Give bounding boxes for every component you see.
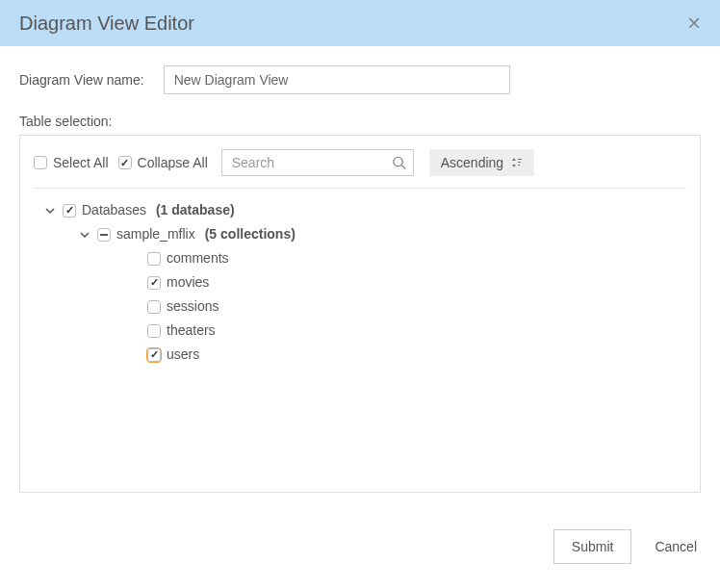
select-all-control[interactable]: Select All: [34, 155, 109, 170]
divider: [34, 188, 686, 189]
tree-collection-checkbox[interactable]: [147, 324, 161, 338]
svg-rect-4: [518, 165, 520, 166]
sort-button[interactable]: Ascending: [429, 149, 534, 176]
tree-collection-label: sessions: [167, 296, 219, 317]
tree-collection-row[interactable]: movies: [147, 270, 686, 294]
tree-collection-label: movies: [167, 272, 209, 293]
dialog-body: Diagram View name: Table selection: Sele…: [0, 46, 720, 512]
tree-db-row[interactable]: sample_mflix (5 collections): [78, 222, 686, 246]
dialog-title: Diagram View Editor: [19, 13, 194, 35]
tree-collection-row[interactable]: sessions: [147, 294, 686, 319]
svg-rect-2: [518, 159, 522, 160]
tree-db-count: (5 collections): [205, 224, 296, 244]
tree-collection-label: theaters: [167, 320, 216, 341]
svg-rect-3: [518, 162, 521, 163]
submit-button[interactable]: Submit: [553, 529, 632, 564]
chevron-down-icon[interactable]: [78, 230, 91, 240]
name-label: Diagram View name:: [19, 72, 144, 88]
tree: Databases (1 database) sample_mflix (5 c…: [34, 198, 686, 367]
tree-collection-checkbox[interactable]: [147, 276, 161, 290]
chevron-down-icon[interactable]: [43, 206, 57, 216]
tree-collection-checkbox[interactable]: [147, 348, 161, 362]
collapse-all-checkbox[interactable]: [118, 156, 132, 169]
tree-collection-row[interactable]: users: [147, 343, 686, 367]
dialog-header: Diagram View Editor ×: [0, 0, 720, 46]
diagram-name-input[interactable]: [164, 65, 510, 94]
sort-label: Ascending: [441, 155, 503, 170]
table-selection-label: Table selection:: [19, 114, 701, 129]
tree-collection-row[interactable]: theaters: [147, 319, 686, 343]
select-all-label: Select All: [53, 155, 109, 170]
tree-collection-label: users: [167, 345, 199, 365]
cancel-button[interactable]: Cancel: [655, 539, 697, 554]
close-icon[interactable]: ×: [687, 12, 701, 35]
tree-db-label: sample_mflix: [116, 224, 195, 244]
tree-root-label: Databases: [82, 200, 146, 220]
collapse-all-control[interactable]: Collapse All: [118, 155, 208, 170]
controls-row: Select All Collapse All Ascending: [34, 149, 686, 176]
tree-db-checkbox[interactable]: [97, 228, 111, 242]
select-all-checkbox[interactable]: [34, 156, 47, 169]
sort-icon: [511, 157, 523, 168]
dialog-footer: Submit Cancel: [0, 512, 720, 581]
tree-root-count: (1 database): [156, 200, 235, 220]
tree-collection-checkbox[interactable]: [147, 300, 161, 314]
tree-collection-row[interactable]: comments: [147, 246, 686, 270]
collapse-all-label: Collapse All: [138, 155, 208, 170]
tree-root-checkbox[interactable]: [63, 204, 76, 217]
table-selection-panel: Select All Collapse All Ascending: [19, 135, 701, 493]
name-row: Diagram View name:: [19, 65, 701, 94]
tree-collection-checkbox[interactable]: [147, 252, 161, 266]
tree-collection-label: comments: [167, 248, 229, 268]
search-input[interactable]: [221, 149, 414, 176]
tree-root-row[interactable]: Databases (1 database): [43, 198, 686, 222]
search-wrap: [221, 149, 414, 176]
